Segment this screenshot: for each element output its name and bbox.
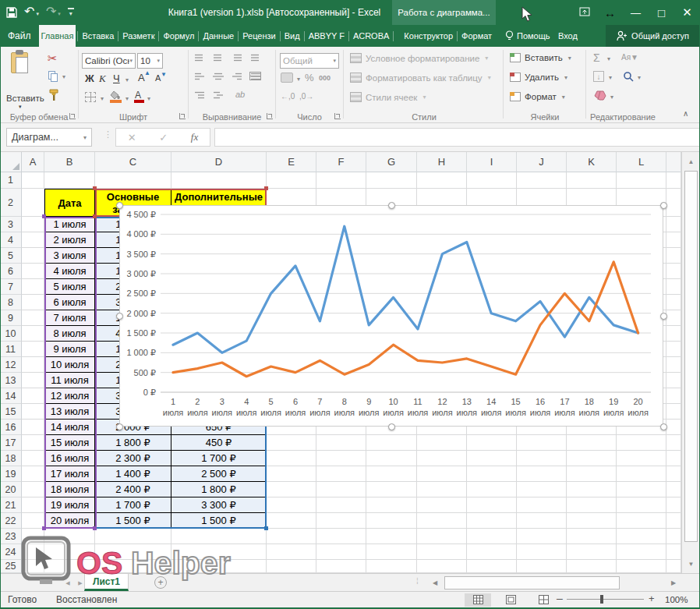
clear-icon[interactable]	[593, 90, 606, 103]
column-header-D[interactable]: D	[171, 152, 267, 172]
formula-bar-splitter[interactable]: ⋮	[104, 129, 112, 140]
share-button[interactable]: Общий доступ	[606, 25, 700, 47]
row-header-13[interactable]: 13	[0, 373, 22, 388]
column-header-F[interactable]: F	[316, 152, 366, 172]
undo-icon[interactable]: ↶▾	[24, 5, 39, 20]
align-icon-1[interactable]	[212, 53, 224, 65]
row-header-10[interactable]: 10	[0, 326, 22, 342]
tab-вставка[interactable]: Вставка	[80, 25, 116, 47]
row-header-24[interactable]: 24	[0, 544, 22, 560]
align-icon-9[interactable]	[212, 90, 224, 102]
bold-button[interactable]: Ж	[85, 73, 94, 84]
fill-color-button[interactable]	[110, 90, 122, 102]
vertical-scrollbar[interactable]: ▲ ▼	[681, 152, 700, 573]
chart-handle[interactable]	[116, 202, 123, 209]
qat-customize-icon[interactable]: ▾	[68, 8, 74, 17]
chart-handle[interactable]	[660, 202, 667, 209]
column-header-B[interactable]: B	[44, 152, 95, 172]
align-icon-4[interactable]	[193, 72, 206, 83]
zoom-level[interactable]: 100%	[665, 592, 688, 607]
hscroll-left-icon[interactable]: ◀	[427, 575, 443, 590]
sign-in[interactable]: Вход	[558, 25, 578, 47]
align-icon-0[interactable]	[193, 53, 206, 65]
font-dialog-launcher[interactable]	[179, 113, 186, 119]
chart-handle[interactable]	[116, 423, 123, 430]
row-header-25[interactable]: 25	[0, 560, 22, 573]
row-header-19[interactable]: 19	[0, 466, 22, 482]
chart[interactable]: 0 ₽500 ₽1 000 ₽1 500 ₽2 000 ₽2 500 ₽3 00…	[119, 205, 663, 427]
fill-icon[interactable]: ↓	[593, 71, 604, 82]
font-size-combo[interactable]: 10▾	[137, 53, 163, 69]
name-box[interactable]: Диаграм...▾	[6, 128, 92, 147]
row-header-21[interactable]: 21	[0, 497, 22, 513]
insert-function-icon[interactable]: fx	[191, 131, 198, 143]
row-header-2[interactable]: 2	[0, 189, 22, 217]
status-recovered[interactable]: Восстановлен	[56, 592, 117, 607]
merge-center-icon[interactable]	[249, 72, 261, 80]
formula-input[interactable]	[214, 128, 700, 147]
align-icon-8[interactable]	[193, 90, 206, 102]
tab-главная[interactable]: Главная	[39, 25, 76, 47]
cell-b2[interactable]: Дата	[44, 189, 95, 217]
align-icon-6[interactable]	[231, 72, 243, 83]
underline-button[interactable]: Ч	[113, 73, 120, 84]
tab-данные[interactable]: Данные	[200, 25, 236, 47]
chart-handle[interactable]	[388, 423, 395, 430]
tab-разметк[interactable]: Разметк	[120, 25, 157, 47]
column-header-H[interactable]: H	[417, 152, 467, 172]
scroll-down-icon[interactable]: ▼	[682, 556, 700, 572]
tab-file[interactable]: Файл	[0, 25, 39, 47]
styles-item-2[interactable]: Стили ячеек▾	[350, 92, 426, 102]
sort-filter-icon[interactable]: Ая▼	[621, 53, 638, 62]
context-tab-header[interactable]: Работа с диаграмма...	[392, 0, 496, 25]
row-header-14[interactable]: 14	[0, 388, 22, 404]
clipboard-dialog-launcher[interactable]	[69, 113, 76, 119]
row-header-3[interactable]: 3	[0, 217, 22, 232]
view-normal-icon[interactable]	[465, 593, 491, 607]
row-header-5[interactable]: 5	[0, 248, 22, 264]
maximize-icon[interactable]: □	[649, 6, 674, 19]
column-header-A[interactable]: A	[22, 152, 44, 172]
tab-help[interactable]: Помощь	[505, 25, 550, 47]
currency-format-icon[interactable]	[281, 73, 293, 83]
chart-handle[interactable]	[388, 202, 395, 209]
number-dialog-launcher[interactable]	[334, 113, 341, 119]
row-header-6[interactable]: 6	[0, 264, 22, 279]
row-header-20[interactable]: 20	[0, 482, 22, 497]
decrease-decimal-icon[interactable]: ,0→	[299, 92, 313, 101]
tab-вид[interactable]: Вид	[282, 25, 302, 47]
tab-acroba[interactable]: ACROBA	[351, 25, 391, 47]
collapse-ribbon-icon[interactable]: ∧	[683, 109, 688, 118]
cells-item-2[interactable]: Формат▾	[510, 92, 565, 101]
cut-icon[interactable]: ✂	[48, 51, 58, 66]
row-header-7[interactable]: 7	[0, 279, 22, 295]
row-header-1[interactable]: 1	[0, 172, 22, 189]
alignment-dialog-launcher[interactable]	[267, 113, 273, 119]
italic-button[interactable]: К	[99, 73, 106, 85]
align-icon-5[interactable]	[212, 72, 224, 83]
tab-конструктор[interactable]: Конструктор	[401, 25, 455, 47]
cells-item-0[interactable]: Вставить▾	[510, 53, 571, 62]
grow-font-button[interactable]: A▲	[138, 72, 145, 83]
chart-handle[interactable]	[116, 313, 123, 320]
minimize-icon[interactable]: —	[623, 7, 649, 19]
percent-style-icon[interactable]: %	[305, 72, 314, 83]
align-icon-3[interactable]	[249, 53, 262, 65]
scroll-up-icon[interactable]: ▲	[682, 154, 700, 169]
tabbar-splitter[interactable]: ⁞	[416, 577, 419, 586]
font-color-button[interactable]: А	[135, 90, 141, 101]
row-header-4[interactable]: 4	[0, 232, 22, 248]
comma-style-icon[interactable]: 000	[319, 74, 331, 82]
resize-icon[interactable]: ↔	[597, 6, 623, 19]
row-header-16[interactable]: 16	[0, 420, 22, 435]
column-header-I[interactable]: I	[467, 152, 517, 172]
align-icon-2[interactable]	[231, 53, 243, 65]
vscroll-thumb[interactable]	[684, 171, 698, 542]
row-header-18[interactable]: 18	[0, 451, 22, 466]
row-header-12[interactable]: 12	[0, 357, 22, 373]
cancel-icon[interactable]: ✕	[128, 132, 136, 143]
number-format-combo[interactable]: Общий▾	[280, 53, 339, 69]
hscroll-thumb[interactable]	[444, 576, 620, 590]
enter-icon[interactable]: ✓	[159, 132, 168, 143]
zoom-knob[interactable]	[600, 595, 603, 604]
